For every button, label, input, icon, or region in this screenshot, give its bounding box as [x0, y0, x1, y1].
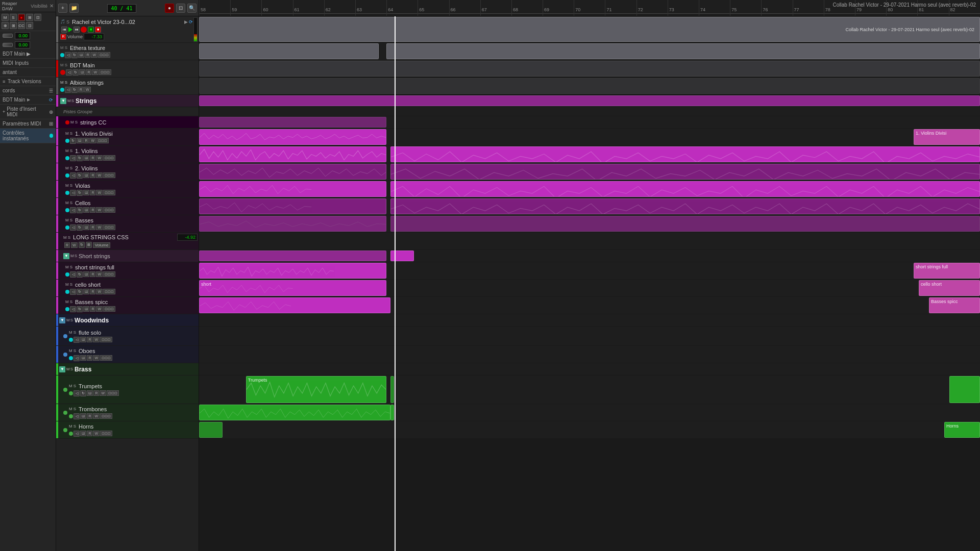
transport-btn-9[interactable]: ⊡ [26, 22, 33, 29]
clip-trumpets-main[interactable]: Trumpets [246, 376, 386, 403]
track-trumpets-io2[interactable]: ⊡⊡⊡ [107, 390, 119, 396]
track-violins-w[interactable]: W [96, 155, 103, 161]
controles-indicator-dot[interactable] [50, 134, 53, 138]
track-strings-cc-dot[interactable] [65, 120, 69, 124]
track-horns-w[interactable]: W [93, 431, 100, 436]
track-violins-divisi-r[interactable]: R [83, 138, 89, 143]
track-basses-b1[interactable]: ◁ [70, 224, 76, 231]
track-ethera-w[interactable]: W [91, 52, 97, 58]
track-oboes-io2[interactable]: ⊡⊡⊡ [100, 355, 112, 361]
track-rachel-play[interactable] [68, 27, 72, 32]
clip-rachel[interactable]: Collab Rachel Victor - 29-07-2021 Harmo … [199, 17, 980, 42]
track-bdt-io2[interactable]: ⊡⊡⊡ [99, 69, 111, 75]
clip-trumpets-far[interactable] [949, 376, 980, 403]
clip-ssf-far[interactable]: short strings full [914, 263, 980, 279]
track-basses-spicc-r[interactable]: R [90, 306, 95, 312]
track-flute-w[interactable]: W [93, 337, 100, 342]
track-violas-dot[interactable] [65, 191, 69, 195]
clip-violins2-main[interactable] [199, 164, 386, 180]
track-violins-dot[interactable] [65, 156, 69, 160]
track-brass-folder-icon[interactable]: ▼ [59, 366, 65, 372]
track-ssf-b1[interactable]: ◁ [70, 271, 76, 278]
track-basses-spicc-name[interactable]: Basses spicc [74, 299, 198, 305]
clip-horns-far[interactable]: Horns [944, 422, 980, 438]
clip-violins-main[interactable] [199, 146, 386, 162]
clip-basses-far[interactable] [390, 216, 980, 232]
clip-horns-main[interactable] [199, 422, 223, 438]
track-bdt-rec[interactable] [60, 70, 65, 75]
clip-cello-short-far[interactable]: cello short [919, 280, 980, 296]
track-basses-io2[interactable]: ⊡⊡⊡ [103, 224, 115, 230]
clip-basses-spicc-far[interactable]: Basses spicc [929, 297, 980, 313]
track-bdt-r[interactable]: R [86, 69, 91, 75]
track-violas-io2[interactable]: ⊡⊡⊡ [103, 190, 115, 195]
track-cello-short-io2[interactable]: ⊡⊡⊡ [103, 289, 115, 294]
clip-bdt[interactable] [199, 61, 980, 77]
track-oboes-w[interactable]: W [93, 355, 100, 361]
track-long-strings-b1[interactable]: ↻ [79, 242, 85, 248]
record-button[interactable]: ● [165, 4, 174, 13]
transport-btn-5[interactable]: ⊡ [34, 14, 41, 21]
track-cello-short-name[interactable]: cello short [74, 282, 198, 288]
track-rachel-name[interactable]: Rachel et Victor 23-0...02 [70, 19, 183, 25]
sidebar-item-antant[interactable]: antant [0, 68, 56, 77]
param-midi-link-icon[interactable]: ⊞ [49, 121, 53, 127]
track-horns-io2[interactable]: ⊡⊡⊡ [100, 431, 112, 436]
track-ssf-r[interactable]: R [90, 271, 95, 277]
sidebar-item-insert-midi[interactable]: + Piste d'Insert MIDI ⊕ [0, 105, 56, 119]
clip-violas-main[interactable] [199, 181, 386, 197]
track-bdt-io1[interactable]: Ш [79, 69, 85, 75]
clip-violins-divisi-main[interactable] [199, 129, 386, 145]
track-albion-name[interactable]: Albion strings [68, 80, 198, 86]
track-basses-spicc-b1[interactable]: ◁ [70, 306, 76, 312]
track-albion-dot[interactable] [60, 88, 64, 92]
track-flute-io[interactable]: Ш [80, 337, 86, 342]
track-long-strings-volume[interactable]: -4.92 [177, 234, 198, 241]
track-trombones-io2[interactable]: ⊡⊡⊡ [100, 413, 112, 419]
track-woodwinds-folder-icon[interactable]: ▼ [59, 317, 65, 323]
track-violins2-dot[interactable] [65, 173, 69, 178]
track-violins-divisi-io[interactable]: Ш [77, 138, 83, 143]
track-violins-divisi-name[interactable]: 1. Violins Divisi [74, 131, 198, 137]
track-bdt-name[interactable]: BDT Main [68, 62, 198, 68]
sidebar-item-bdt-main[interactable]: BDT Main ▶ [0, 49, 56, 59]
clip-violins-divisi-far[interactable]: 1. Violins Divisi [914, 129, 980, 145]
add-track-button[interactable]: + [58, 4, 67, 13]
clip-ssf-main[interactable] [199, 263, 386, 279]
track-rachel-volume[interactable]: -7.33 [84, 33, 104, 40]
track-trumpets-b2[interactable]: ↻ [80, 390, 86, 396]
track-violas-name[interactable]: Violas [74, 183, 198, 189]
insert-midi-add-icon[interactable]: ⊕ [49, 109, 53, 115]
track-violins-r[interactable]: R [90, 155, 95, 161]
track-basses-spicc-w[interactable]: W [96, 306, 103, 312]
track-long-strings-w[interactable]: W [71, 242, 78, 248]
transport-btn-3[interactable]: ● [18, 14, 25, 21]
clip-trumpets-right[interactable] [390, 376, 395, 403]
track-bdt-b1[interactable]: ◁ [66, 69, 72, 76]
track-trombones-b1[interactable]: ◁ [74, 413, 80, 419]
track-violins-divisi-io2[interactable]: ⊡⊡⊡ [96, 138, 109, 143]
track-short-strings-folder-icon[interactable]: ▼ [63, 253, 69, 259]
track-albion-w[interactable]: W [84, 87, 91, 92]
track-cello-short-r[interactable]: R [90, 289, 95, 294]
track-long-strings-r[interactable]: R [64, 242, 70, 248]
track-trombones-dot[interactable] [69, 414, 73, 418]
track-violins-io2[interactable]: ⊡⊡⊡ [103, 155, 115, 161]
pattern-button[interactable]: ⊡ [176, 4, 185, 13]
timeline-ruler[interactable]: Collab Rachel Victor - 29-07-2021 Harmo … [199, 0, 980, 16]
track-long-strings-b2[interactable]: ⊞ [86, 242, 92, 248]
track-ssf-w[interactable]: W [96, 271, 103, 277]
track-brass-name[interactable]: Brass [73, 366, 198, 373]
track-albion-r[interactable]: R [78, 87, 84, 92]
track-ethera-r[interactable]: R [85, 52, 90, 58]
track-violins-divisi-b1[interactable]: ↻ [70, 138, 76, 144]
track-rachel-r[interactable]: R [60, 34, 66, 40]
track-cello-short-io[interactable]: Ш [83, 289, 89, 294]
clip-basses-main[interactable] [199, 216, 386, 232]
track-violins-divisi-w[interactable]: W [89, 138, 96, 143]
transport-btn-8[interactable]: CC [18, 22, 25, 29]
track-ethera-dot[interactable] [60, 53, 64, 57]
track-cellos-dot[interactable] [65, 208, 69, 212]
track-horns-b1[interactable]: ◁ [74, 431, 80, 437]
track-rachel-rec[interactable] [81, 27, 87, 33]
